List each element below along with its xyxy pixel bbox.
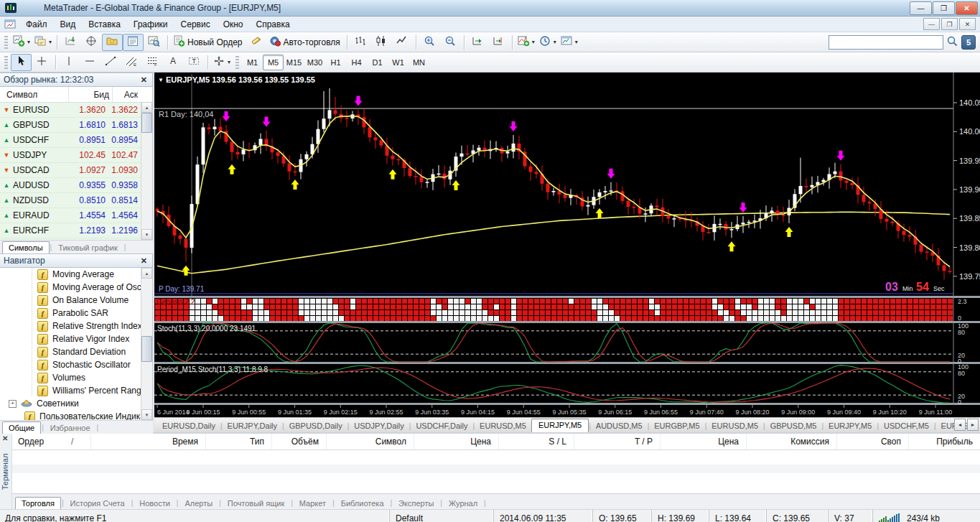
timeframe-MN-button[interactable]: MN (409, 55, 429, 70)
menu-item-Окно[interactable]: Окно (217, 18, 250, 31)
trend-line-tool-button[interactable] (101, 54, 121, 71)
terminal-tab-7[interactable]: Библиотека (335, 498, 390, 509)
crosshair-tool-button[interactable] (81, 34, 102, 51)
timeframe-H4-button[interactable]: H4 (346, 55, 367, 70)
toolbar-gripper[interactable] (4, 56, 8, 69)
column-header-symbol[interactable]: Символ (0, 90, 68, 100)
chart-tab-8[interactable]: AUDUSD,M5 (591, 420, 648, 432)
chart-shift-button[interactable] (60, 34, 81, 51)
navigator-item-on-balance-volume[interactable]: fOn Balance Volume (0, 294, 152, 307)
periods-dropdown-icon[interactable]: ▾ (554, 39, 556, 45)
shapes-dropdown-icon[interactable]: ▾ (228, 59, 230, 65)
column-header-bid[interactable]: Бид (68, 87, 112, 102)
terminal-column-Объём[interactable]: Объём (271, 434, 326, 449)
terminal-column-Время[interactable]: Время (90, 434, 205, 449)
chart-tab-1[interactable]: EURUSD,Daily (157, 420, 220, 432)
horizontal-line-tool-button[interactable] (80, 54, 101, 71)
data-window-toggle-button[interactable] (123, 34, 144, 51)
restore-button[interactable]: ❐ (933, 1, 955, 15)
chart-tab-5[interactable]: USDCHF,Daily (411, 420, 472, 432)
timeframe-D1-button[interactable]: D1 (367, 55, 388, 70)
symbol-row-GBPUSD[interactable]: ▲GBPUSD1.68101.6813 (0, 118, 152, 133)
terminal-tab-4[interactable]: Алерты (179, 498, 218, 509)
menu-item-Справка[interactable]: Справка (250, 18, 297, 31)
terminal-column-Своп[interactable]: Своп (836, 434, 908, 449)
new-chart-button[interactable]: ▾ (11, 34, 32, 51)
shapes-tool-button[interactable]: ▾ (211, 54, 233, 71)
scroll-up-icon[interactable]: ▲ (141, 102, 152, 113)
symbol-row-EURUSD[interactable]: ▼EURUSD1.36201.3622 (0, 103, 152, 118)
text-label-tool-button[interactable]: T (184, 54, 205, 71)
search-icon[interactable] (946, 35, 958, 49)
notifications-button[interactable] (246, 34, 267, 51)
tab-scroll-left-icon[interactable]: ◄ (954, 419, 966, 431)
crosshair-tool-button[interactable] (32, 54, 52, 71)
symbol-row-NZDUSD[interactable]: ▲NZDUSD0.85100.8514 (0, 193, 152, 208)
scroll-up-icon[interactable]: ▲ (141, 268, 152, 279)
market-watch-tab-1[interactable]: Символы (2, 241, 50, 253)
timeframe-M5-button[interactable]: M5 (263, 55, 284, 70)
chart-tab-13[interactable]: USDCHF,M5 (879, 420, 934, 432)
timeframe-W1-button[interactable]: W1 (388, 55, 409, 70)
terminal-tab-5[interactable]: Почтовый ящик (222, 498, 290, 509)
timeframe-M15-button[interactable]: M15 (284, 55, 304, 70)
new-order-button[interactable]: Новый Ордер (171, 34, 246, 51)
market-watch-tab-2[interactable]: Тиковый график (52, 242, 123, 253)
navigator-group-experts[interactable]: +Советники (0, 397, 152, 410)
symbol-row-EURAUD[interactable]: ▲EURAUD1.45541.4564 (0, 208, 152, 223)
terminal-column-Комиссия[interactable]: Комиссия (746, 434, 836, 449)
search-input[interactable] (829, 35, 943, 50)
terminal-tab-8[interactable]: Эксперты (393, 498, 439, 509)
chart-tab-2[interactable]: EURJPY,Daily (223, 420, 283, 432)
scroll-thumb[interactable] (141, 336, 152, 362)
navigator-item-williams-percent-range[interactable]: fWilliams' Percent Range (0, 384, 152, 397)
strategy-tester-button[interactable] (144, 34, 164, 51)
chart-tab-10[interactable]: EURUSD,M5 (706, 420, 763, 432)
navigator-tab-1[interactable]: Общие (2, 421, 41, 434)
shift-end-button[interactable] (488, 34, 509, 51)
menu-item-Сервис[interactable]: Сервис (174, 18, 217, 31)
chart-tab-9[interactable]: EURGBP,M5 (649, 420, 704, 432)
new-chart-dropdown-icon[interactable]: ▾ (27, 39, 30, 45)
symbol-row-EURCHF[interactable]: ▲EURCHF1.21931.2196 (0, 223, 152, 238)
child-close-button[interactable]: ✕ (959, 18, 976, 30)
navigator-item-stochastic-oscillator[interactable]: fStochastic Oscillator (0, 358, 152, 371)
terminal-column-Ордер[interactable]: Ордер/ (12, 434, 90, 449)
indicators-button[interactable]: ▾ (515, 34, 537, 51)
chart-tab-7[interactable]: EURJPY,M5 (531, 419, 589, 432)
terminal-tab-2[interactable]: История Счета (65, 498, 131, 509)
terminal-column-Тип[interactable]: Тип (205, 434, 271, 449)
chart-tab-4[interactable]: USDJPY,Daily (349, 420, 409, 432)
symbol-row-USDJPY[interactable]: ▼USDJPY102.45102.47 (0, 148, 152, 163)
text-tool-button[interactable]: A (163, 54, 184, 71)
terminal-column-S / L[interactable]: S / L (498, 434, 574, 449)
menu-item-Вид[interactable]: Вид (54, 18, 83, 31)
symbol-row-AUDUSD[interactable]: ▲AUDUSD0.93550.9358 (0, 178, 152, 193)
market-watch-toggle-button[interactable] (102, 34, 123, 51)
toolbar-gripper[interactable] (4, 36, 8, 49)
navigator-item-relative-vigor-index[interactable]: fRelative Vigor Index (0, 332, 152, 345)
terminal-tab-9[interactable]: Журнал (443, 498, 483, 509)
terminal-close-icon[interactable]: ✕ (2, 434, 8, 442)
periods-button[interactable]: ▾ (537, 34, 559, 51)
minimize-button[interactable]: — (910, 1, 932, 15)
terminal-tab-6[interactable]: Маркет (294, 498, 332, 509)
navigator-item-custom-indicators[interactable]: fПользовательские Индика (0, 410, 152, 420)
symbol-row-EURGBP[interactable]: ▼EURGBP0.81010.8104 (0, 238, 152, 240)
symbol-row-USDCHF[interactable]: ▲USDCHF0.89510.8954 (0, 133, 152, 148)
line-chart-button[interactable] (392, 34, 413, 51)
terminal-column-Прибыль[interactable]: Прибыль (908, 434, 980, 449)
templates-dropdown-icon[interactable]: ▾ (575, 39, 578, 45)
child-restore-button[interactable]: ❐ (941, 18, 958, 30)
terminal-column-Символ[interactable]: Символ (326, 434, 414, 449)
profiles-button[interactable]: ▾ (32, 34, 54, 51)
cursor-tool-button[interactable] (11, 54, 32, 71)
scroll-down-icon[interactable]: ▼ (141, 229, 152, 240)
terminal-column-Цена[interactable]: Цена (660, 434, 746, 449)
fibonacci-tool-button[interactable]: F (142, 54, 163, 71)
autotrade-button[interactable]: Авто-торговля (267, 34, 344, 51)
expand-plus-icon[interactable]: + (9, 400, 17, 408)
menu-item-Файл[interactable]: Файл (19, 18, 54, 31)
navigator-tab-2[interactable]: Избранное (45, 422, 96, 434)
terminal-tab-1[interactable]: Торговля (15, 497, 61, 509)
